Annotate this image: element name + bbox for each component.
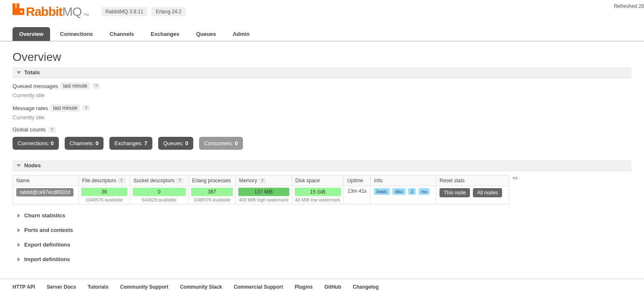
- chevron-down-icon: [17, 71, 21, 74]
- th-disk[interactable]: Disk space: [292, 176, 343, 186]
- reset-all-nodes-button[interactable]: All nodes: [473, 188, 502, 197]
- global-counts-row: Global counts ?: [13, 126, 631, 133]
- count-channels-label: Channels:: [70, 140, 94, 146]
- section-churn-header[interactable]: Churn statistics: [13, 210, 631, 221]
- count-consumers[interactable]: Consumers: 0: [199, 137, 243, 150]
- header: RabbitMQ TM RabbitMQ 3.9.11 Erlang 24.2 …: [0, 0, 644, 19]
- th-uptime[interactable]: Uptime: [343, 176, 371, 186]
- chevron-right-icon: [18, 243, 20, 247]
- message-rates-label: Message rates: [13, 105, 48, 111]
- count-channels[interactable]: Channels: 0: [65, 137, 104, 150]
- queued-help-icon[interactable]: ?: [92, 83, 100, 89]
- queued-messages-label: Queued messages: [13, 83, 58, 89]
- disk-bar: 15 GiB: [295, 188, 341, 196]
- chevron-down-icon: [17, 164, 21, 167]
- global-counts-help-icon[interactable]: ?: [48, 127, 56, 133]
- sd-help-icon[interactable]: ?: [176, 178, 184, 184]
- footer-server-docs[interactable]: Server Docs: [47, 284, 76, 290]
- count-exchanges[interactable]: Exchanges: 7: [109, 137, 152, 150]
- footer-plugins[interactable]: Plugins: [295, 284, 313, 290]
- footer-github[interactable]: GitHub: [324, 284, 341, 290]
- mem-sub: 403 MiB high watermark: [238, 197, 289, 202]
- columns-toggle[interactable]: +/-: [513, 175, 518, 181]
- th-fd[interactable]: File descriptors ?: [78, 176, 130, 186]
- reset-cell: This node All nodes: [436, 186, 509, 204]
- logo-tm: TM: [83, 13, 89, 17]
- rates-help-icon[interactable]: ?: [82, 105, 90, 111]
- node-row: rabbit@ce97ecd8502d 36 1048576 available…: [13, 186, 509, 204]
- count-exchanges-label: Exchanges:: [114, 140, 143, 146]
- section-ports-label: Ports and contexts: [24, 227, 73, 233]
- section-totals-header[interactable]: Totals: [13, 67, 631, 78]
- global-counts: Connections: 0 Channels: 0 Exchanges: 7 …: [13, 137, 631, 150]
- section-import-header[interactable]: Import definitions: [13, 254, 631, 264]
- count-connections-label: Connections:: [18, 140, 49, 146]
- mem-help-icon[interactable]: ?: [258, 178, 266, 184]
- footer-tutorials[interactable]: Tutorials: [88, 284, 109, 290]
- fd-help-icon[interactable]: ?: [117, 178, 125, 184]
- tab-overview[interactable]: Overview: [13, 27, 50, 41]
- tab-connections[interactable]: Connections: [53, 27, 100, 41]
- count-channels-value: 0: [96, 140, 98, 146]
- info-rss-tag[interactable]: rss: [419, 188, 430, 195]
- main-nav: Overview Connections Channels Exchanges …: [0, 27, 644, 41]
- section-nodes-header[interactable]: Nodes: [13, 160, 631, 171]
- tab-admin[interactable]: Admin: [226, 27, 256, 41]
- chevron-right-icon: [18, 257, 20, 262]
- footer: HTTP API Server Docs Tutorials Community…: [0, 279, 644, 295]
- ep-bar: 387: [191, 188, 232, 196]
- info-cell: basic disc 2 rss: [371, 186, 436, 204]
- footer-community-support[interactable]: Community Support: [120, 284, 168, 290]
- th-name[interactable]: Name: [13, 176, 79, 186]
- th-reset[interactable]: Reset stats: [436, 176, 509, 186]
- th-ep[interactable]: Erlang processes: [189, 176, 235, 186]
- content: Overview Totals Queued messages last min…: [0, 41, 644, 279]
- ep-sub: 1048576 available: [191, 197, 232, 202]
- tab-queues[interactable]: Queues: [189, 27, 223, 41]
- th-mem[interactable]: Memory ?: [235, 176, 292, 186]
- th-sd[interactable]: Socket descriptors ?: [130, 176, 189, 186]
- fd-bar: 36: [81, 188, 127, 196]
- erlang-version-badge: Erlang 24.2: [152, 7, 185, 16]
- footer-commercial-support[interactable]: Commercial Support: [234, 284, 283, 290]
- footer-changelog[interactable]: Changelog: [353, 284, 379, 290]
- sd-bar: 0: [133, 188, 186, 196]
- section-import-label: Import definitions: [24, 256, 70, 262]
- info-basic-tag[interactable]: basic: [374, 188, 390, 195]
- message-rates-row: Message rates last minute ?: [13, 104, 631, 112]
- chevron-right-icon: [18, 214, 20, 218]
- count-connections[interactable]: Connections: 0: [13, 137, 59, 150]
- queued-messages-row: Queued messages last minute ?: [13, 82, 631, 90]
- info-disc-tag[interactable]: disc: [392, 188, 406, 195]
- count-queues-label: Queues:: [163, 140, 184, 146]
- count-queues-value: 0: [185, 140, 188, 146]
- count-queues[interactable]: Queues: 0: [158, 137, 193, 150]
- sd-sub: 943629 available: [133, 197, 186, 202]
- footer-community-slack[interactable]: Community Slack: [180, 284, 222, 290]
- section-export-label: Export definitions: [24, 242, 71, 248]
- uptime-cell: 13m 41s: [343, 186, 371, 204]
- count-consumers-label: Consumers:: [204, 140, 233, 146]
- section-ports-header[interactable]: Ports and contexts: [13, 225, 631, 235]
- disk-sub: 48 MiB low watermark: [295, 197, 341, 202]
- page-title: Overview: [13, 50, 631, 64]
- tab-channels[interactable]: Channels: [103, 27, 141, 41]
- th-info[interactable]: Info: [371, 176, 436, 186]
- rabbitmq-icon: [13, 3, 24, 15]
- tab-exchanges[interactable]: Exchanges: [144, 27, 186, 41]
- queued-timespan[interactable]: last minute: [61, 82, 90, 90]
- rabbitmq-version-badge: RabbitMQ 3.9.11: [101, 7, 148, 16]
- logo[interactable]: RabbitMQ TM: [13, 4, 89, 19]
- global-counts-label: Global counts: [13, 126, 46, 133]
- rates-timespan[interactable]: last minute: [51, 104, 80, 112]
- info-2-tag[interactable]: 2: [408, 188, 416, 195]
- fd-sub: 1048576 available: [81, 197, 127, 202]
- section-churn-label: Churn statistics: [24, 212, 65, 219]
- section-totals-label: Totals: [24, 69, 40, 76]
- section-export-header[interactable]: Export definitions: [13, 239, 631, 250]
- reset-this-node-button[interactable]: This node: [439, 188, 470, 197]
- node-name-badge[interactable]: rabbit@ce97ecd8502d: [16, 188, 73, 196]
- nodes-table: Name File descriptors ? Socket descripto…: [13, 175, 509, 204]
- footer-http-api[interactable]: HTTP API: [13, 284, 35, 290]
- queued-idle-text: Currently idle: [13, 92, 631, 98]
